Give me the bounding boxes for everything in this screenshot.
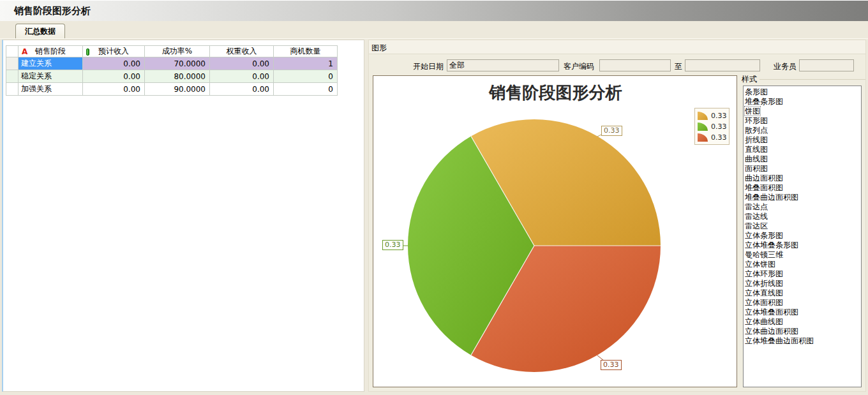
slice-label-green: 0.33 xyxy=(382,240,403,250)
style-item-stacked-area[interactable]: 堆叠面积图 xyxy=(745,183,861,193)
row-selector-header xyxy=(6,46,19,57)
salesman-input[interactable] xyxy=(799,59,854,71)
cell-weighted[interactable]: 0.00 xyxy=(210,70,274,83)
style-item-manhattan-3d[interactable]: 曼哈顿三维 xyxy=(745,250,861,260)
cell-rate[interactable]: 90.0000 xyxy=(145,83,210,96)
cell-expected[interactable]: 0.00 xyxy=(83,83,145,96)
legend-swatch-red-icon xyxy=(698,133,708,142)
tab-strip: 汇总数据 xyxy=(0,21,868,39)
legend-swatch-gold-icon xyxy=(698,112,708,120)
page-title: 销售阶段图形分析 xyxy=(14,5,91,17)
cell-stage[interactable]: 加强关系 xyxy=(19,83,83,96)
style-item-area[interactable]: 面积图 xyxy=(745,164,861,174)
legend-entry: 0.33 xyxy=(698,110,729,121)
chart-style-list: 条形图 堆叠条形图 饼图 环形图 散列点 折线图 直线图 曲线图 面积图 曲边面… xyxy=(743,86,862,387)
slice-label-gold: 0.33 xyxy=(601,126,622,136)
start-date-input[interactable] xyxy=(447,59,559,71)
style-item-stacked-curved-area[interactable]: 堆叠曲边面积图 xyxy=(745,193,861,202)
sort-indicator-icon: A xyxy=(22,47,27,56)
pie-chart xyxy=(373,76,738,388)
sales-stage-analysis-window: { "titlebar": { "title": "销售阶段图形分析" }, "… xyxy=(0,0,868,395)
graph-panel-title: 图形 xyxy=(371,43,387,54)
tab-summary-data[interactable]: 汇总数据 xyxy=(15,24,65,39)
style-item-radar-area[interactable]: 雷达区 xyxy=(745,221,861,231)
customer-code-label: 客户编码 xyxy=(564,61,594,72)
start-date-label: 开始日期 xyxy=(413,61,444,72)
style-item-curved-area[interactable]: 曲边面积图 xyxy=(745,174,861,183)
style-item-3d-straight-line[interactable]: 立体直线图 xyxy=(745,288,861,298)
cell-count[interactable]: 0 xyxy=(274,83,338,96)
style-item-3d-area[interactable]: 立体面积图 xyxy=(745,298,861,308)
table-header-row: A 销售阶段 预计收入 成功率% 权重收入 商机数量 xyxy=(6,46,338,57)
style-item-radar-line[interactable]: 雷达线 xyxy=(745,212,861,221)
summary-table: A 销售阶段 预计收入 成功率% 权重收入 商机数量 建立关系 0.00 70.… xyxy=(6,45,338,96)
cell-rate[interactable]: 80.0000 xyxy=(145,70,210,83)
style-item-3d-stacked-area[interactable]: 立体堆叠面积图 xyxy=(745,308,861,317)
slice-label-red: 0.33 xyxy=(601,360,622,370)
column-header-opportunity-count[interactable]: 商机数量 xyxy=(274,46,338,57)
cell-expected[interactable]: 0.00 xyxy=(83,70,145,83)
style-item-donut[interactable]: 环形图 xyxy=(745,116,861,126)
style-item-radar-point[interactable]: 雷达点 xyxy=(745,202,861,212)
style-item-3d-pie[interactable]: 立体饼图 xyxy=(745,260,861,269)
row-selector[interactable] xyxy=(6,83,19,96)
style-item-3d-curve[interactable]: 立体曲线图 xyxy=(745,317,861,327)
style-group-rule xyxy=(760,79,865,80)
style-item-pie[interactable]: 饼图 xyxy=(745,107,861,116)
content-divider xyxy=(0,38,868,39)
customer-code-to-input[interactable] xyxy=(685,59,760,71)
style-item-3d-stacked-bar[interactable]: 立体堆叠条形图 xyxy=(745,241,861,250)
column-header-success-rate[interactable]: 成功率% xyxy=(145,46,210,57)
cell-count[interactable]: 1 xyxy=(274,57,338,70)
pie-chart-area: 销售阶段图形分析 0.33 0. xyxy=(373,75,737,387)
cell-weighted[interactable]: 0.00 xyxy=(210,83,274,96)
legend-entry: 0.33 xyxy=(698,121,729,132)
row-selector[interactable] xyxy=(6,70,19,83)
column-header-stage[interactable]: A 销售阶段 xyxy=(19,46,83,57)
style-item-curve[interactable]: 曲线图 xyxy=(745,154,861,164)
table-row[interactable]: 稳定关系 0.00 80.0000 0.00 0 xyxy=(6,70,338,83)
cell-stage[interactable]: 建立关系 xyxy=(19,57,83,70)
cell-weighted[interactable]: 0.00 xyxy=(210,57,274,70)
customer-code-input[interactable] xyxy=(599,59,671,71)
style-item-3d-bar[interactable]: 立体条形图 xyxy=(745,231,861,241)
legend-swatch-green-icon xyxy=(698,123,708,131)
style-item-3d-curved-area[interactable]: 立体曲边面积图 xyxy=(745,327,861,336)
style-item-stacked-bar[interactable]: 堆叠条形图 xyxy=(745,97,861,107)
legend-entry: 0.33 xyxy=(698,132,729,143)
cell-stage[interactable]: 稳定关系 xyxy=(19,70,83,83)
column-header-expected-income[interactable]: 预计收入 xyxy=(83,46,145,57)
summary-table-panel: A 销售阶段 预计收入 成功率% 权重收入 商机数量 建立关系 0.00 70.… xyxy=(2,40,364,392)
numeric-field-icon xyxy=(86,48,89,56)
column-header-weighted-income[interactable]: 权重收入 xyxy=(210,46,274,57)
table-row[interactable]: 建立关系 0.00 70.0000 0.00 1 xyxy=(6,57,338,70)
salesman-label: 业务员 xyxy=(774,61,797,72)
to-label: 至 xyxy=(675,61,682,72)
cell-rate[interactable]: 70.0000 xyxy=(145,57,210,70)
graph-panel-header: 图形 xyxy=(369,40,865,54)
cell-expected[interactable]: 0.00 xyxy=(83,57,145,70)
window-title-bar: 销售阶段图形分析 xyxy=(0,0,868,21)
chart-legend: 0.33 0.33 0.33 xyxy=(694,108,730,145)
style-item-3d-stacked-curved-area[interactable]: 立体堆叠曲边面积图 xyxy=(745,336,861,346)
style-item-3d-polyline[interactable]: 立体折线图 xyxy=(745,279,861,288)
style-item-3d-donut[interactable]: 立体环形图 xyxy=(745,269,861,279)
cell-count[interactable]: 0 xyxy=(274,70,338,83)
style-item-scatter[interactable]: 散列点 xyxy=(745,126,861,135)
style-item-bar[interactable]: 条形图 xyxy=(745,87,861,97)
graph-panel: 图形 开始日期 客户编码 至 业务员 销售阶段图形分析 xyxy=(368,40,866,392)
style-item-straight-line[interactable]: 直线图 xyxy=(745,145,861,154)
row-selector[interactable] xyxy=(6,57,19,70)
table-row[interactable]: 加强关系 0.00 90.0000 0.00 0 xyxy=(6,83,338,96)
style-item-polyline[interactable]: 折线图 xyxy=(745,135,861,145)
style-group-label: 样式 xyxy=(742,74,757,85)
